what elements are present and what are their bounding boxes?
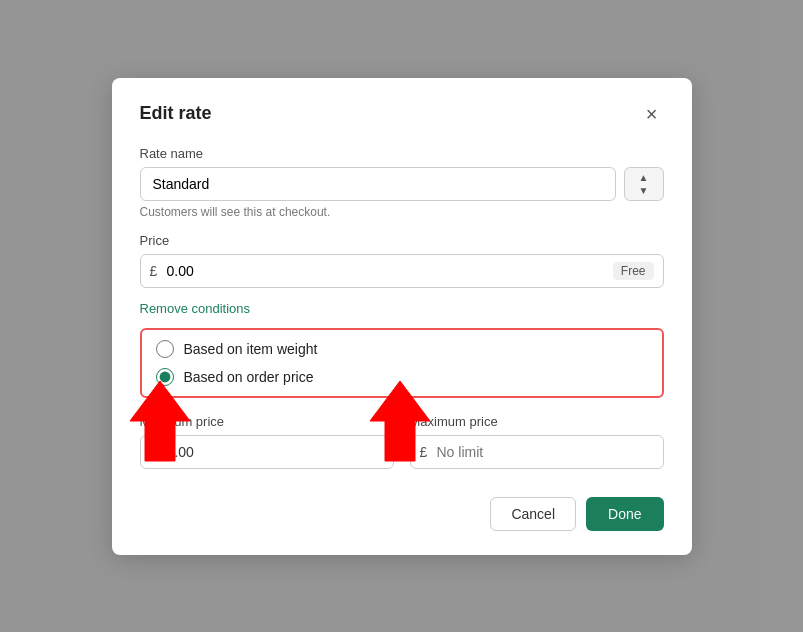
min-price-input-wrap: £ — [140, 435, 394, 469]
min-price-label: Minimum price — [140, 414, 394, 429]
max-price-group: Maximum price £ — [410, 414, 664, 469]
min-price-group: Minimum price £ — [140, 414, 394, 469]
min-price-input[interactable] — [140, 435, 394, 469]
rate-name-label: Rate name — [140, 146, 664, 161]
price-label: Price — [140, 233, 664, 248]
radio-item-order-price[interactable]: Based on order price — [156, 368, 648, 386]
done-button[interactable]: Done — [586, 497, 663, 531]
condition-radio-group: Based on item weight Based on order pric… — [140, 328, 664, 398]
max-price-input[interactable] — [410, 435, 664, 469]
price-currency-symbol: £ — [150, 263, 158, 279]
hint-text: Customers will see this at checkout. — [140, 205, 664, 219]
max-price-input-wrap: £ — [410, 435, 664, 469]
radio-item-weight[interactable]: Based on item weight — [156, 340, 648, 358]
close-button[interactable]: × — [640, 102, 664, 126]
price-field: £ Free — [140, 254, 664, 288]
max-price-currency: £ — [420, 444, 428, 460]
remove-conditions-link[interactable]: Remove conditions — [140, 301, 251, 316]
edit-rate-modal: Edit rate × Rate name ▲ ▼ Customers will… — [112, 78, 692, 555]
radio-input-weight[interactable] — [156, 340, 174, 358]
min-price-currency: £ — [150, 444, 158, 460]
min-max-price-row: Minimum price £ Maximum price £ — [140, 414, 664, 469]
modal-header: Edit rate × — [140, 102, 664, 126]
radio-input-order-price[interactable] — [156, 368, 174, 386]
rate-name-row: ▲ ▼ — [140, 167, 664, 201]
modal-overlay: Edit rate × Rate name ▲ ▼ Customers will… — [0, 0, 803, 632]
modal-title: Edit rate — [140, 103, 212, 124]
rate-name-input[interactable] — [140, 167, 616, 201]
free-badge: Free — [613, 262, 654, 280]
spinner-up-icon: ▲ — [639, 172, 649, 183]
spinner-down-icon: ▼ — [639, 185, 649, 196]
max-price-label: Maximum price — [410, 414, 664, 429]
cancel-button[interactable]: Cancel — [490, 497, 576, 531]
radio-label-order-price: Based on order price — [184, 369, 314, 385]
rate-name-spinner[interactable]: ▲ ▼ — [624, 167, 664, 201]
radio-label-weight: Based on item weight — [184, 341, 318, 357]
price-input[interactable] — [140, 254, 664, 288]
modal-footer: Cancel Done — [140, 489, 664, 531]
